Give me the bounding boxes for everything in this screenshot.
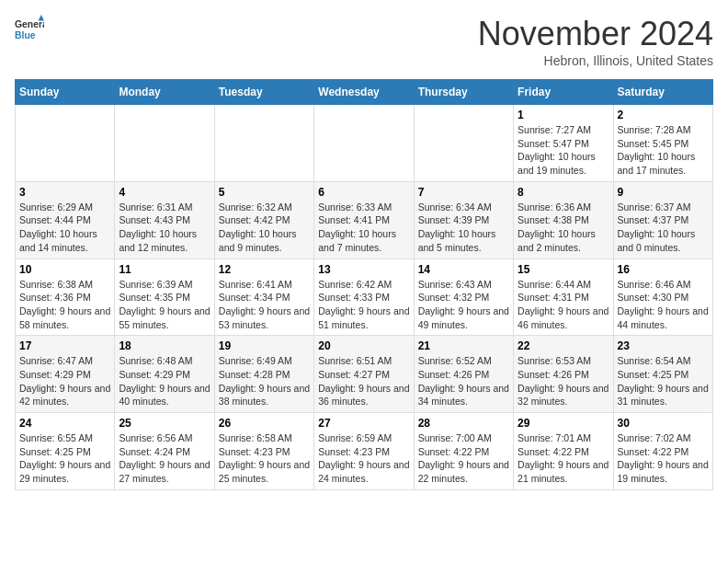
day-info: Sunrise: 6:44 AMSunset: 4:31 PMDaylight:… <box>518 278 609 332</box>
day-number: 14 <box>418 263 509 276</box>
location: Hebron, Illinois, United States <box>478 53 713 68</box>
day-number: 4 <box>119 186 210 199</box>
calendar-cell: 30Sunrise: 7:02 AMSunset: 4:22 PMDayligh… <box>613 413 712 490</box>
calendar-cell: 4Sunrise: 6:31 AMSunset: 4:43 PMDaylight… <box>115 181 214 259</box>
calendar-cell: 17Sunrise: 6:47 AMSunset: 4:29 PMDayligh… <box>16 336 115 413</box>
calendar-cell: 5Sunrise: 6:32 AMSunset: 4:42 PMDaylight… <box>214 181 313 259</box>
day-info: Sunrise: 6:59 AMSunset: 4:23 PMDaylight:… <box>318 431 409 486</box>
calendar-cell: 20Sunrise: 6:51 AMSunset: 4:27 PMDayligh… <box>314 336 414 413</box>
calendar-cell: 1Sunrise: 7:27 AMSunset: 5:47 PMDaylight… <box>514 105 613 182</box>
day-number: 13 <box>318 263 409 276</box>
day-info: Sunrise: 6:34 AMSunset: 4:39 PMDaylight:… <box>418 201 509 255</box>
day-info: Sunrise: 6:47 AMSunset: 4:29 PMDaylight:… <box>19 354 110 408</box>
day-info: Sunrise: 6:32 AMSunset: 4:42 PMDaylight:… <box>219 201 310 255</box>
day-info: Sunrise: 6:33 AMSunset: 4:41 PMDaylight:… <box>318 201 409 255</box>
day-info: Sunrise: 6:38 AMSunset: 4:36 PMDaylight:… <box>19 278 110 332</box>
col-header-saturday: Saturday <box>613 80 712 105</box>
calendar-cell: 7Sunrise: 6:34 AMSunset: 4:39 PMDaylight… <box>414 181 513 259</box>
calendar-cell: 11Sunrise: 6:39 AMSunset: 4:35 PMDayligh… <box>115 259 214 336</box>
day-info: Sunrise: 6:58 AMSunset: 4:23 PMDaylight:… <box>219 431 310 486</box>
day-info: Sunrise: 6:29 AMSunset: 4:44 PMDaylight:… <box>19 201 110 255</box>
day-number: 30 <box>618 417 709 430</box>
day-number: 27 <box>318 417 409 430</box>
month-title: November 2024 <box>478 15 713 53</box>
day-info: Sunrise: 7:02 AMSunset: 4:22 PMDaylight:… <box>618 431 709 486</box>
svg-marker-2 <box>39 15 44 20</box>
calendar-header-row: SundayMondayTuesdayWednesdayThursdayFrid… <box>16 80 713 105</box>
week-row-2: 3Sunrise: 6:29 AMSunset: 4:44 PMDaylight… <box>16 181 713 259</box>
calendar-cell <box>314 105 414 182</box>
calendar-cell: 15Sunrise: 6:44 AMSunset: 4:31 PMDayligh… <box>514 259 613 336</box>
col-header-thursday: Thursday <box>414 80 513 105</box>
calendar-cell: 8Sunrise: 6:36 AMSunset: 4:38 PMDaylight… <box>514 181 613 259</box>
day-info: Sunrise: 6:56 AMSunset: 4:24 PMDaylight:… <box>119 431 210 486</box>
day-info: Sunrise: 6:53 AMSunset: 4:26 PMDaylight:… <box>518 354 609 408</box>
day-number: 12 <box>219 263 310 276</box>
day-number: 5 <box>219 186 310 199</box>
day-number: 11 <box>119 263 210 276</box>
calendar-cell: 24Sunrise: 6:55 AMSunset: 4:25 PMDayligh… <box>16 413 115 490</box>
svg-text:General: General <box>15 19 44 29</box>
day-number: 16 <box>618 263 709 276</box>
day-info: Sunrise: 6:36 AMSunset: 4:38 PMDaylight:… <box>518 201 609 255</box>
day-info: Sunrise: 7:28 AMSunset: 5:45 PMDaylight:… <box>618 123 709 178</box>
day-info: Sunrise: 6:55 AMSunset: 4:25 PMDaylight:… <box>19 431 110 486</box>
day-number: 26 <box>219 417 310 430</box>
calendar-cell: 18Sunrise: 6:48 AMSunset: 4:29 PMDayligh… <box>115 336 214 413</box>
calendar-cell: 9Sunrise: 6:37 AMSunset: 4:37 PMDaylight… <box>613 181 712 259</box>
day-info: Sunrise: 6:52 AMSunset: 4:26 PMDaylight:… <box>418 354 509 408</box>
day-info: Sunrise: 6:46 AMSunset: 4:30 PMDaylight:… <box>618 278 709 332</box>
calendar-cell: 12Sunrise: 6:41 AMSunset: 4:34 PMDayligh… <box>214 259 313 336</box>
logo: General Blue <box>15 15 44 44</box>
day-info: Sunrise: 6:41 AMSunset: 4:34 PMDaylight:… <box>219 278 310 332</box>
title-block: November 2024 Hebron, Illinois, United S… <box>478 15 713 68</box>
day-info: Sunrise: 6:43 AMSunset: 4:32 PMDaylight:… <box>418 278 509 332</box>
day-number: 22 <box>518 339 609 352</box>
day-number: 19 <box>219 339 310 352</box>
week-row-5: 24Sunrise: 6:55 AMSunset: 4:25 PMDayligh… <box>16 413 713 490</box>
week-row-4: 17Sunrise: 6:47 AMSunset: 4:29 PMDayligh… <box>16 336 713 413</box>
day-number: 3 <box>19 186 110 199</box>
calendar-cell: 22Sunrise: 6:53 AMSunset: 4:26 PMDayligh… <box>514 336 613 413</box>
calendar-cell: 28Sunrise: 7:00 AMSunset: 4:22 PMDayligh… <box>414 413 513 490</box>
col-header-wednesday: Wednesday <box>314 80 414 105</box>
calendar-cell <box>414 105 513 182</box>
calendar-cell: 13Sunrise: 6:42 AMSunset: 4:33 PMDayligh… <box>314 259 414 336</box>
day-info: Sunrise: 6:39 AMSunset: 4:35 PMDaylight:… <box>119 278 210 332</box>
calendar-cell: 16Sunrise: 6:46 AMSunset: 4:30 PMDayligh… <box>613 259 712 336</box>
day-number: 6 <box>318 186 409 199</box>
calendar-cell: 10Sunrise: 6:38 AMSunset: 4:36 PMDayligh… <box>16 259 115 336</box>
calendar-cell: 29Sunrise: 7:01 AMSunset: 4:22 PMDayligh… <box>514 413 613 490</box>
week-row-3: 10Sunrise: 6:38 AMSunset: 4:36 PMDayligh… <box>16 259 713 336</box>
day-number: 7 <box>418 186 509 199</box>
calendar-cell: 23Sunrise: 6:54 AMSunset: 4:25 PMDayligh… <box>613 336 712 413</box>
day-number: 9 <box>618 186 709 199</box>
day-number: 24 <box>19 417 110 430</box>
calendar-cell: 14Sunrise: 6:43 AMSunset: 4:32 PMDayligh… <box>414 259 513 336</box>
day-number: 1 <box>518 109 609 121</box>
calendar-cell <box>115 105 214 182</box>
calendar-cell: 27Sunrise: 6:59 AMSunset: 4:23 PMDayligh… <box>314 413 414 490</box>
day-number: 20 <box>318 339 409 352</box>
col-header-friday: Friday <box>514 80 613 105</box>
calendar-cell <box>16 105 115 182</box>
day-number: 29 <box>518 417 609 430</box>
calendar-cell: 21Sunrise: 6:52 AMSunset: 4:26 PMDayligh… <box>414 336 513 413</box>
day-info: Sunrise: 6:54 AMSunset: 4:25 PMDaylight:… <box>618 354 709 408</box>
day-number: 23 <box>618 339 709 352</box>
day-info: Sunrise: 6:49 AMSunset: 4:28 PMDaylight:… <box>219 354 310 408</box>
day-info: Sunrise: 7:00 AMSunset: 4:22 PMDaylight:… <box>418 431 509 486</box>
col-header-tuesday: Tuesday <box>214 80 313 105</box>
calendar-cell: 6Sunrise: 6:33 AMSunset: 4:41 PMDaylight… <box>314 181 414 259</box>
day-number: 2 <box>618 109 709 121</box>
day-info: Sunrise: 7:27 AMSunset: 5:47 PMDaylight:… <box>518 123 609 178</box>
day-number: 28 <box>418 417 509 430</box>
calendar-cell: 26Sunrise: 6:58 AMSunset: 4:23 PMDayligh… <box>214 413 313 490</box>
day-info: Sunrise: 6:48 AMSunset: 4:29 PMDaylight:… <box>119 354 210 408</box>
day-number: 21 <box>418 339 509 352</box>
col-header-monday: Monday <box>115 80 214 105</box>
day-number: 18 <box>119 339 210 352</box>
week-row-1: 1Sunrise: 7:27 AMSunset: 5:47 PMDaylight… <box>16 105 713 182</box>
calendar-cell: 3Sunrise: 6:29 AMSunset: 4:44 PMDaylight… <box>16 181 115 259</box>
day-info: Sunrise: 6:42 AMSunset: 4:33 PMDaylight:… <box>318 278 409 332</box>
